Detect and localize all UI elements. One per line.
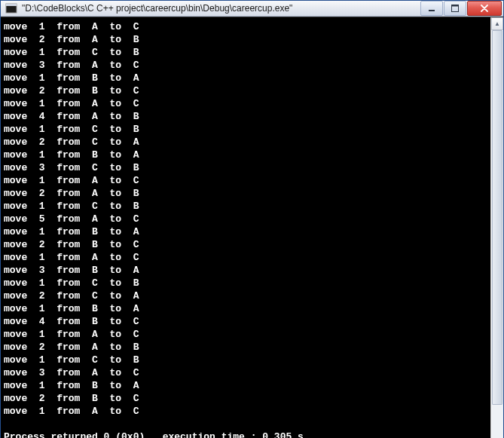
app-icon <box>5 2 17 14</box>
window-controls <box>420 1 502 16</box>
window-frame: "D:\CodeBlocks\C C++ project\careercup\b… <box>0 0 504 438</box>
svg-rect-2 <box>429 10 435 11</box>
vertical-scrollbar[interactable]: ▲ ▼ <box>490 17 503 438</box>
titlebar[interactable]: "D:\CodeBlocks\C C++ project\careercup\b… <box>1 1 503 17</box>
scroll-thumb[interactable] <box>492 30 502 405</box>
scroll-track[interactable] <box>491 30 503 438</box>
maximize-button[interactable] <box>444 1 466 16</box>
scroll-up-button[interactable]: ▲ <box>491 17 503 30</box>
console-output: move 1 from A to C move 2 from A to B mo… <box>1 17 490 438</box>
client-area: move 1 from A to C move 2 from A to B mo… <box>1 17 503 438</box>
window-title: "D:\CodeBlocks\C C++ project\careercup\b… <box>22 3 420 14</box>
close-button[interactable] <box>467 1 502 16</box>
svg-rect-4 <box>452 5 459 7</box>
minimize-button[interactable] <box>420 1 443 16</box>
svg-rect-1 <box>6 4 17 6</box>
chevron-up-icon: ▲ <box>494 21 500 27</box>
